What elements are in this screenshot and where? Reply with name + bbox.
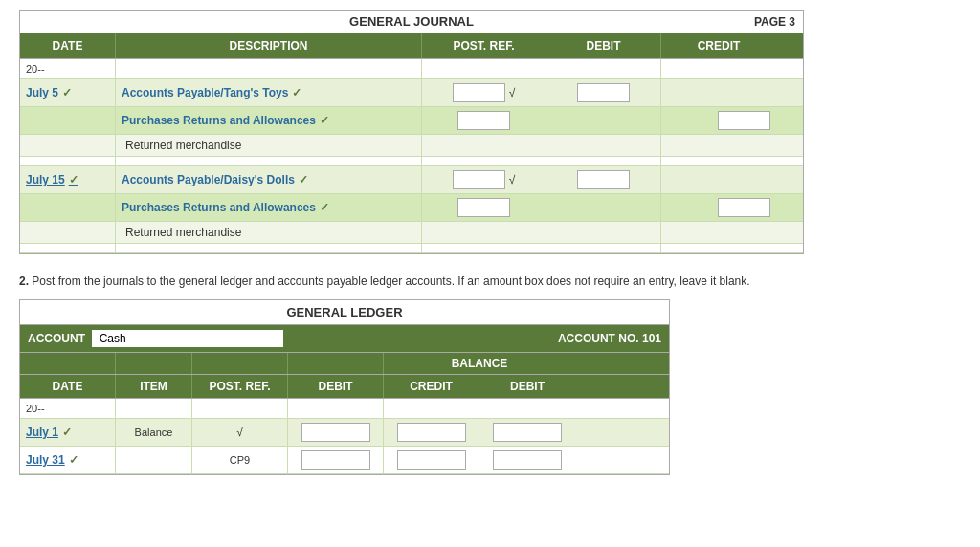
entry1-post-ref1: √ <box>422 79 546 106</box>
ledger-row2-credit-input[interactable] <box>397 450 466 470</box>
header-description: DESCRIPTION <box>116 33 422 58</box>
instruction-body: Post from the journals to the general le… <box>32 274 749 288</box>
ledger-row2-debit-input[interactable] <box>301 450 370 470</box>
ledger-row2-credit <box>384 447 479 473</box>
entry2-post-ref-input[interactable] <box>453 170 505 189</box>
ledger-row2-item <box>116 447 192 473</box>
header-post-ref: POST. REF. <box>422 33 546 58</box>
ledger-row-1: July 1 ✓ Balance √ <box>20 419 669 447</box>
entry2-post-ref2-input[interactable] <box>457 198 510 217</box>
col-date: DATE <box>20 375 116 398</box>
entry2-date: July 15 ✓ <box>20 166 116 193</box>
general-ledger: GENERAL LEDGER ACCOUNT Cash ACCOUNT NO. … <box>19 299 670 475</box>
entry1-credit2 <box>661 107 776 134</box>
header-debit: DEBIT <box>546 33 661 58</box>
instruction-number: 2. <box>19 274 29 288</box>
period-1: 20-- <box>20 59 116 78</box>
entry2-credit-input[interactable] <box>718 198 770 217</box>
ledger-row1-credit-input[interactable] <box>397 423 466 442</box>
col-debit: DEBIT <box>288 375 384 398</box>
col-item: ITEM <box>116 375 192 398</box>
entry2-post-ref1: √ <box>422 166 546 193</box>
ledger-row1-bal-debit-input[interactable] <box>493 423 562 442</box>
journal-page: PAGE 3 <box>719 15 795 29</box>
col-post-ref: POST. REF. <box>192 375 288 398</box>
entry2-debit2-empty <box>546 194 661 221</box>
ledger-period: 20-- <box>20 399 116 418</box>
entry2-credit2 <box>661 194 776 221</box>
entry1-line2: Purchases Returns and Allowances ✓ <box>20 107 803 135</box>
col-balance-debit: DEBIT <box>479 375 575 398</box>
entry1-date: July 5 ✓ <box>20 79 116 106</box>
ledger-row-2: July 31 ✓ CP9 <box>20 447 669 474</box>
ledger-account-name: Cash <box>92 330 283 347</box>
instruction-text: 2. Post from the journals to the general… <box>19 274 961 290</box>
entry1-line3: Returned merchandise <box>20 135 803 157</box>
entry1-post-ref2-input[interactable] <box>457 111 510 130</box>
entry2-line2: Purchases Returns and Allowances ✓ <box>20 194 803 222</box>
entry2-credit1-empty <box>661 166 776 193</box>
entry2-desc1: Accounts Payable/Daisy's Dolls ✓ <box>116 166 422 193</box>
journal-title-row: GENERAL JOURNAL PAGE 3 <box>20 11 803 33</box>
entry1-debit1 <box>546 79 661 106</box>
header-date: DATE <box>20 33 116 58</box>
ledger-row1-debit-input[interactable] <box>301 423 370 442</box>
col-credit: CREDIT <box>384 375 479 398</box>
journal-title: GENERAL JOURNAL <box>104 14 719 29</box>
ledger-col-headers: DATE ITEM POST. REF. DEBIT CREDIT DEBIT <box>20 375 669 399</box>
entry1-line1: July 5 ✓ Accounts Payable/Tang's Toys ✓ … <box>20 79 803 107</box>
entry1-debit2-empty <box>546 107 661 134</box>
entry1-credit1-empty <box>661 79 776 106</box>
ledger-account-no-label: ACCOUNT NO. <box>558 332 639 345</box>
entry2-post-ref2 <box>422 194 546 221</box>
ledger-row2-bal-debit-input[interactable] <box>493 450 562 470</box>
entry2-line3: Returned merchandise <box>20 222 803 244</box>
ledger-row2-bal-debit <box>479 447 575 473</box>
ledger-row1-item: Balance <box>116 419 192 446</box>
ledger-account-no: 101 <box>642 332 661 345</box>
entry2-debit-input[interactable] <box>577 170 630 189</box>
journal-header: DATE DESCRIPTION POST. REF. DEBIT CREDIT <box>20 33 803 59</box>
ledger-row1-date: July 1 ✓ <box>20 419 116 446</box>
journal-period-row-1: 20-- <box>20 59 803 79</box>
entry1-desc2: Purchases Returns and Allowances ✓ <box>116 107 422 134</box>
entry2-line1: July 15 ✓ Accounts Payable/Daisy's Dolls… <box>20 166 803 194</box>
entry1-debit-input[interactable] <box>577 83 630 102</box>
spacer-row-2 <box>20 244 803 253</box>
ledger-title: GENERAL LEDGER <box>20 300 669 325</box>
ledger-row2-post-ref: CP9 <box>192 447 288 473</box>
ledger-period-row: 20-- <box>20 399 669 419</box>
entry2-debit1 <box>546 166 661 193</box>
entry2-desc3: Returned merchandise <box>116 222 422 243</box>
entry2-desc2: Purchases Returns and Allowances ✓ <box>116 194 422 221</box>
ledger-row2-date: July 31 ✓ <box>20 447 116 473</box>
entry1-desc1: Accounts Payable/Tang's Toys ✓ <box>116 79 422 106</box>
entry2-date-check: ✓ <box>69 173 78 186</box>
entry1-desc3: Returned merchandise <box>116 135 422 156</box>
ledger-balance-header: BALANCE <box>20 353 669 375</box>
ledger-row2-debit <box>288 447 384 473</box>
entry1-post-ref2 <box>422 107 546 134</box>
entry1-post-ref-input[interactable] <box>453 83 505 102</box>
ledger-account-header: ACCOUNT Cash ACCOUNT NO. 101 <box>20 325 669 353</box>
ledger-account-label: ACCOUNT <box>28 332 85 345</box>
ledger-row1-post-ref: √ <box>192 419 288 446</box>
ledger-row1-debit <box>288 419 384 446</box>
balance-header-label: BALANCE <box>384 353 575 374</box>
ledger-row1-bal-debit <box>479 419 575 446</box>
entry1-credit-input[interactable] <box>718 111 770 130</box>
ledger-row1-credit <box>384 419 479 446</box>
spacer-row-1 <box>20 157 803 166</box>
general-journal: GENERAL JOURNAL PAGE 3 DATE DESCRIPTION … <box>19 10 804 254</box>
header-credit: CREDIT <box>661 33 776 58</box>
entry1-date-check: ✓ <box>62 86 72 99</box>
